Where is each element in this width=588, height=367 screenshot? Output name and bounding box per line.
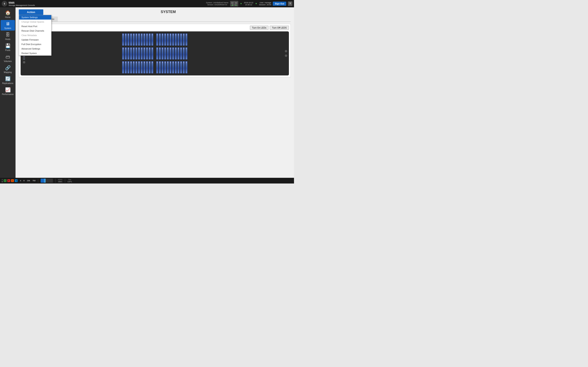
sidebar-item-hosts[interactable]: 🗄 Hosts: [1, 31, 15, 42]
disk-1-13[interactable]: [159, 47, 161, 59]
disk-1-22[interactable]: [183, 47, 185, 59]
disk-2-14[interactable]: [162, 61, 164, 73]
disk-1-6[interactable]: [138, 47, 140, 59]
disk-0-12[interactable]: [156, 33, 158, 46]
disk-0-20[interactable]: [177, 33, 180, 46]
disk-0-18[interactable]: [172, 33, 174, 46]
disk-1-7[interactable]: [141, 47, 143, 59]
disk-0-5[interactable]: [135, 33, 138, 46]
dropdown-item-5[interactable]: Update Firmware: [19, 38, 51, 42]
disk-0-3[interactable]: [130, 33, 132, 46]
disk-1-3[interactable]: [130, 47, 132, 59]
disk-2-1[interactable]: [125, 61, 127, 73]
disk-1-10[interactable]: [149, 47, 151, 59]
disk-1-23[interactable]: [185, 47, 187, 59]
disk-1-18[interactable]: [172, 47, 174, 59]
disk-2-20[interactable]: [177, 61, 180, 73]
sign-out-button[interactable]: Sign Out: [273, 2, 286, 6]
sidebar-item-pools[interactable]: 💾 Pools: [1, 42, 15, 53]
disk-2-15[interactable]: [164, 61, 166, 73]
mini-chart: [41, 179, 53, 183]
disk-1-14[interactable]: [162, 47, 164, 59]
disk-0-14[interactable]: [162, 33, 164, 46]
disk-0-22[interactable]: [183, 33, 185, 46]
disk-0-1[interactable]: [125, 33, 127, 46]
pools-icon: 💾: [5, 43, 11, 49]
svg-text:S: S: [4, 2, 5, 5]
disk-0-15[interactable]: [164, 33, 166, 46]
action-button[interactable]: Action: [19, 9, 43, 15]
system-info: System: Uninitialized Name Version: GN26…: [206, 2, 228, 6]
disk-1-2[interactable]: [127, 47, 130, 59]
iops-metric: IOPS MB/s: [58, 179, 62, 183]
disk-2-6[interactable]: [138, 61, 140, 73]
disk-2-12[interactable]: [156, 61, 158, 73]
disk-1-21[interactable]: [180, 47, 182, 59]
disk-2-4[interactable]: [133, 61, 135, 73]
disk-2-0[interactable]: [122, 61, 124, 73]
sidebar-item-system[interactable]: 🖥 System: [1, 20, 15, 31]
disk-2-21[interactable]: [180, 61, 182, 73]
dropdown-item-7[interactable]: Advanced Settings: [19, 47, 51, 51]
disk-1-0[interactable]: [122, 47, 124, 59]
disk-2-2[interactable]: [127, 61, 130, 73]
dropdown-item-6[interactable]: Full Disk Encryption: [19, 42, 51, 47]
dropdown-item-3[interactable]: Rescan Disk Channels: [19, 29, 51, 33]
disk-1-5[interactable]: [135, 47, 138, 59]
disk-1-8[interactable]: [143, 47, 145, 59]
disk-2-16[interactable]: [167, 61, 169, 73]
disk-2-11[interactable]: [151, 61, 153, 73]
disk-2-23[interactable]: [185, 61, 187, 73]
disk-2-17[interactable]: [169, 61, 172, 73]
ab-status-group: AB ✓ ✗ ⚠ ℹ: [2, 179, 17, 183]
help-button[interactable]: ?: [288, 1, 292, 6]
disk-0-6[interactable]: [138, 33, 140, 46]
disk-0-8[interactable]: [143, 33, 145, 46]
disk-2-8[interactable]: [143, 61, 145, 73]
disk-0-7[interactable]: [141, 33, 143, 46]
disk-1-9[interactable]: [146, 47, 148, 59]
disk-2-13[interactable]: [159, 61, 161, 73]
disk-1-4[interactable]: [133, 47, 135, 59]
disk-2-19[interactable]: [175, 61, 177, 73]
disk-1-11[interactable]: [151, 47, 153, 59]
disk-0-4[interactable]: [133, 33, 135, 46]
disk-0-10[interactable]: [149, 33, 151, 46]
disk-2-3[interactable]: [130, 61, 132, 73]
sidebar-item-mapping[interactable]: 🔗 Mapping: [1, 64, 15, 75]
disk-0-9[interactable]: [146, 33, 148, 46]
disk-0-16[interactable]: [167, 33, 169, 46]
disk-2-10[interactable]: [149, 61, 151, 73]
dropdown-item-0[interactable]: System Settings: [19, 15, 51, 20]
disk-0-13[interactable]: [159, 33, 161, 46]
disk-1-16[interactable]: [167, 47, 169, 59]
sidebar-item-replications[interactable]: 🔄 Replications: [1, 75, 15, 86]
dropdown-item-2[interactable]: Reset Host Port: [19, 24, 51, 29]
disk-1-1[interactable]: [125, 47, 127, 59]
turn-on-leds-button[interactable]: Turn On LEDs: [250, 26, 269, 30]
disk-1-19[interactable]: [175, 47, 177, 59]
disk-0-11[interactable]: [151, 33, 153, 46]
disk-1-15[interactable]: [164, 47, 166, 59]
disk-0-2[interactable]: [127, 33, 130, 46]
sidebar-item-volumes[interactable]: 🗃 Volumes: [1, 53, 15, 64]
sidebar-item-performance[interactable]: 📈 Performance: [1, 86, 15, 97]
disk-2-22[interactable]: [183, 61, 185, 73]
disk-0-17[interactable]: [169, 33, 172, 46]
disk-0-19[interactable]: [175, 33, 177, 46]
disk-0-21[interactable]: [180, 33, 182, 46]
sidebar-item-home[interactable]: 🏠 Home: [1, 9, 15, 20]
disk-2-9[interactable]: [146, 61, 148, 73]
disk-2-5[interactable]: [135, 61, 138, 73]
disk-1-20[interactable]: [177, 47, 180, 59]
disk-2-7[interactable]: [141, 61, 143, 73]
disk-0-0[interactable]: [122, 33, 124, 46]
count-4: 4: [20, 180, 21, 182]
dropdown-item-8[interactable]: Restart System: [19, 51, 51, 55]
disk-0-23[interactable]: [185, 33, 187, 46]
disk-1-17[interactable]: [169, 47, 172, 59]
network-icon: [230, 1, 238, 7]
disk-2-18[interactable]: [172, 61, 174, 73]
disk-1-12[interactable]: [156, 47, 158, 59]
turn-off-leds-button[interactable]: Turn Off LEDS: [270, 26, 289, 30]
